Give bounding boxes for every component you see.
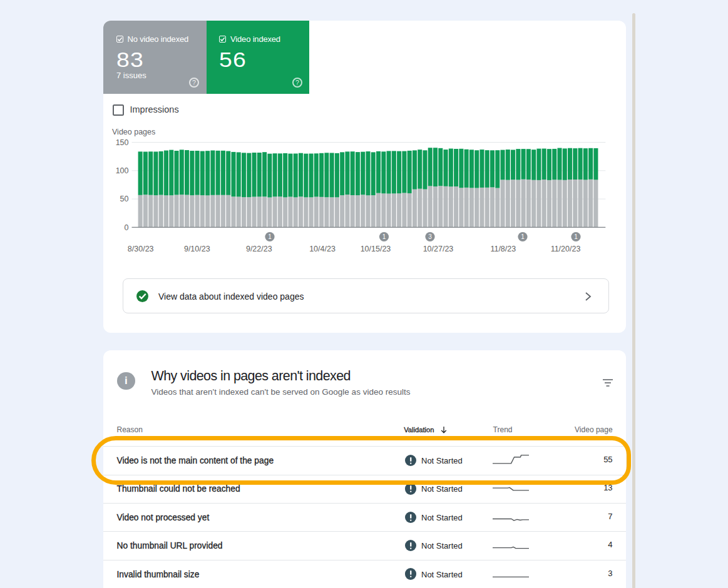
svg-text:Video pages: Video pages: [112, 128, 155, 136]
svg-text:1: 1: [268, 233, 272, 240]
svg-text:3: 3: [428, 233, 432, 240]
svg-text:100: 100: [116, 166, 129, 175]
svg-text:50: 50: [120, 195, 129, 203]
svg-text:11/20/23: 11/20/23: [551, 245, 581, 253]
svg-text:0: 0: [125, 223, 129, 232]
svg-text:10/4/23: 10/4/23: [309, 245, 336, 253]
svg-text:9/10/23: 9/10/23: [184, 245, 210, 253]
svg-text:1: 1: [521, 233, 525, 240]
svg-text:11/8/23: 11/8/23: [490, 245, 516, 253]
svg-text:150: 150: [116, 138, 129, 147]
svg-text:1: 1: [382, 233, 386, 240]
svg-text:8/30/23: 8/30/23: [128, 245, 154, 253]
svg-text:10/27/23: 10/27/23: [423, 245, 454, 253]
svg-text:10/15/23: 10/15/23: [361, 245, 391, 253]
svg-text:1: 1: [574, 233, 578, 240]
svg-text:9/22/23: 9/22/23: [246, 245, 272, 253]
